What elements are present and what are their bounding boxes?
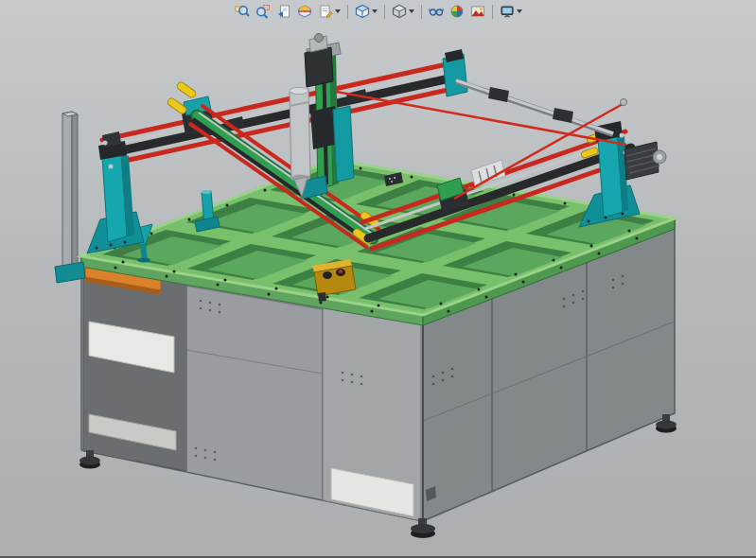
view-orientation-button[interactable] [353,2,379,21]
edit-appearance-icon [449,4,465,19]
display-style-button[interactable] [390,2,416,21]
3d-drawing-view-icon [318,4,333,19]
left-storage-bay[interactable] [83,257,186,471]
zoom-to-area-button[interactable] [254,2,273,21]
edit-appearance-button[interactable] [448,2,466,21]
model-viewport[interactable] [0,0,756,558]
toolbar-separator [384,5,385,19]
apply-scene-icon [470,4,485,19]
previous-view-button[interactable] [274,2,293,21]
dropdown-arrow[interactable] [372,9,378,13]
3d-drawing-view-button[interactable] [316,2,343,21]
toolbar-separator [421,5,422,19]
section-view-icon [297,4,312,19]
hide-show-items-icon [429,4,444,19]
previous-view-icon [276,4,291,19]
application-window [0,0,756,558]
toolbar-separator [492,5,493,19]
dropdown-arrow[interactable] [517,9,522,13]
dropdown-arrow[interactable] [409,9,414,13]
support-pole[interactable] [62,112,78,278]
section-view-button[interactable] [295,2,314,21]
display-style-icon [392,4,407,19]
view-settings-button[interactable] [498,2,524,21]
apply-scene-button[interactable] [468,2,487,21]
dropdown-arrow[interactable] [335,9,341,13]
stop-button[interactable] [339,270,343,273]
view-orientation-icon [355,4,370,19]
toolbar-separator [347,5,348,19]
zoom-to-fit-icon [235,4,250,19]
view-settings-icon [500,4,515,19]
zoom-to-fit-button[interactable] [233,2,252,21]
hide-show-items-button[interactable] [427,2,446,21]
view-toolbar [232,1,525,22]
zoom-to-area-icon [255,4,271,19]
